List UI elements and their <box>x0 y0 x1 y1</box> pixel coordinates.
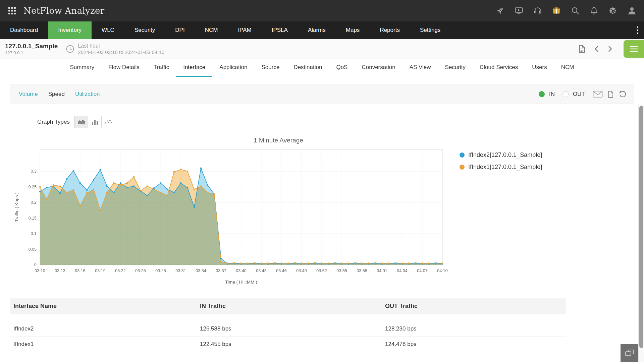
time-period-picker[interactable] <box>66 45 74 53</box>
legend-label: IfIndex1[127.0.0.1_Sample] <box>468 164 542 171</box>
svg-text:04:10: 04:10 <box>437 268 447 273</box>
svg-text:03:22: 03:22 <box>115 268 125 273</box>
svg-text:03:46: 03:46 <box>276 268 286 273</box>
view-link-speed[interactable]: Speed <box>48 91 65 98</box>
nav-item-ipsla[interactable]: IPSLA <box>262 21 298 39</box>
device-side-menu-button[interactable] <box>624 40 644 58</box>
demo-screen-icon <box>515 6 523 15</box>
tab-ncm[interactable]: NCM <box>554 59 581 77</box>
support-headset-icon <box>533 6 542 15</box>
svg-text:04:01: 04:01 <box>377 268 387 273</box>
tab-flow-details[interactable]: Flow Details <box>101 59 147 77</box>
top-header-left: NetFlow Analyzer <box>8 6 104 16</box>
tab-users[interactable]: Users <box>525 59 554 77</box>
table-row[interactable]: IfIndex2 126.588 bps 128.230 bps <box>10 321 566 337</box>
export-pdf-button[interactable] <box>578 45 586 53</box>
nav-item-dashboard[interactable]: Dashboard <box>0 21 48 39</box>
nav-item-security[interactable]: Security <box>124 21 165 39</box>
svg-text:03:10: 03:10 <box>35 268 45 273</box>
next-device-button[interactable] <box>607 45 613 53</box>
tab-security[interactable]: Security <box>438 59 473 77</box>
feedback-chat-button[interactable] <box>621 344 638 362</box>
live-demo-button[interactable] <box>515 6 523 15</box>
tab-as-view[interactable]: AS View <box>402 59 438 77</box>
legend-dot-blue <box>460 153 465 158</box>
email-report-button[interactable] <box>593 90 603 98</box>
whats-new-button[interactable] <box>552 6 561 15</box>
graph-type-scatter-button[interactable] <box>101 116 115 128</box>
view-switcher: Volume Speed Utilization <box>19 91 100 98</box>
scatter-chart-icon <box>104 119 112 125</box>
tab-qos[interactable]: QoS <box>329 59 355 77</box>
clock-icon <box>66 45 74 53</box>
refresh-button[interactable] <box>619 90 627 98</box>
nav-item-dpi[interactable]: DPI <box>165 21 195 39</box>
nav-item-ipam[interactable]: IPAM <box>228 21 261 39</box>
nav-item-wlc[interactable]: WLC <box>92 21 124 39</box>
global-search-button[interactable] <box>571 6 580 15</box>
view-link-volume[interactable]: Volume <box>19 91 38 98</box>
col-interface-name: Interface Name <box>10 298 200 314</box>
graph-type-area-button[interactable] <box>74 116 88 128</box>
period-range: 2024-01-03 03:10 to 2024-01-03 04:10 <box>78 49 164 55</box>
scrollbar-thumb[interactable] <box>639 106 643 348</box>
bar-chart-icon <box>91 119 99 125</box>
time-period: Last hour 2024-01-03 03:10 to 2024-01-03… <box>78 43 164 55</box>
vertical-scrollbar[interactable] <box>638 105 644 362</box>
tab-destination[interactable]: Destination <box>286 59 329 77</box>
settings-button[interactable] <box>608 6 617 15</box>
gift-icon <box>552 6 561 15</box>
legend-item-ifindex1[interactable]: IfIndex1[127.0.0.1_Sample] <box>460 164 542 171</box>
legend-item-ifindex2[interactable]: IfIndex2[127.0.0.1_Sample] <box>460 152 542 159</box>
out-radio[interactable] <box>562 91 569 97</box>
rocket-icon <box>496 6 504 15</box>
svg-text:0.25: 0.25 <box>29 185 37 189</box>
tab-summary[interactable]: Summary <box>63 59 102 77</box>
support-button[interactable] <box>533 6 542 15</box>
nav-item-maps[interactable]: Maps <box>336 21 370 39</box>
nav-item-settings[interactable]: Settings <box>410 21 450 39</box>
refresh-history-icon <box>619 90 627 98</box>
nav-item-ncm[interactable]: NCM <box>195 21 228 39</box>
envelope-icon <box>593 90 603 98</box>
cell-out-traffic: 124.478 bps <box>385 337 566 352</box>
tab-cloud-services[interactable]: Cloud Services <box>473 59 525 77</box>
search-icon <box>571 6 580 15</box>
gear-icon <box>608 6 617 15</box>
svg-text:0.2: 0.2 <box>31 200 37 205</box>
export-pdf-button-toolbar[interactable] <box>607 90 614 98</box>
tab-traffic[interactable]: Traffic <box>147 59 176 77</box>
nav-item-alarms[interactable]: Alarms <box>298 21 336 39</box>
getting-started-button[interactable] <box>496 6 504 15</box>
pdf-file-icon <box>578 45 586 53</box>
chevron-right-icon <box>607 45 613 53</box>
tab-interface[interactable]: Interface <box>176 59 212 77</box>
out-label: OUT <box>573 91 585 98</box>
view-link-utilization[interactable]: Utilization <box>75 91 100 98</box>
nav-item-reports[interactable]: Reports <box>370 21 410 39</box>
table-row[interactable]: IfIndex1 122.455 bps 124.478 bps <box>10 337 566 352</box>
nav-item-inventory[interactable]: Inventory <box>48 21 92 39</box>
in-radio[interactable] <box>539 91 545 97</box>
period-label: Last hour <box>78 43 164 49</box>
app-grid-button[interactable] <box>8 7 16 15</box>
app-grid-icon <box>8 7 16 15</box>
prev-device-button[interactable] <box>594 45 599 53</box>
tab-source[interactable]: Source <box>254 59 286 77</box>
chat-feedback-icon <box>625 349 635 358</box>
svg-text:03:16: 03:16 <box>75 268 85 273</box>
tab-conversation[interactable]: Conversation <box>355 59 402 77</box>
svg-text:03:13: 03:13 <box>55 268 65 273</box>
svg-text:0.15: 0.15 <box>29 216 37 221</box>
svg-text:04:04: 04:04 <box>397 268 407 273</box>
graph-type-bar-button[interactable] <box>88 116 102 128</box>
nav-overflow-button[interactable] <box>637 21 639 39</box>
tab-application[interactable]: Application <box>212 59 254 77</box>
device-subtabs: Summary Flow Details Traffic Interface A… <box>0 59 644 77</box>
graph-type-group <box>75 116 115 128</box>
account-button[interactable] <box>627 6 637 15</box>
divider <box>43 92 43 97</box>
graph-types-row: Graph Types <box>37 116 644 128</box>
chart-legend: IfIndex2[127.0.0.1_Sample] IfIndex1[127.… <box>460 152 542 176</box>
notifications-button[interactable] <box>590 6 598 15</box>
